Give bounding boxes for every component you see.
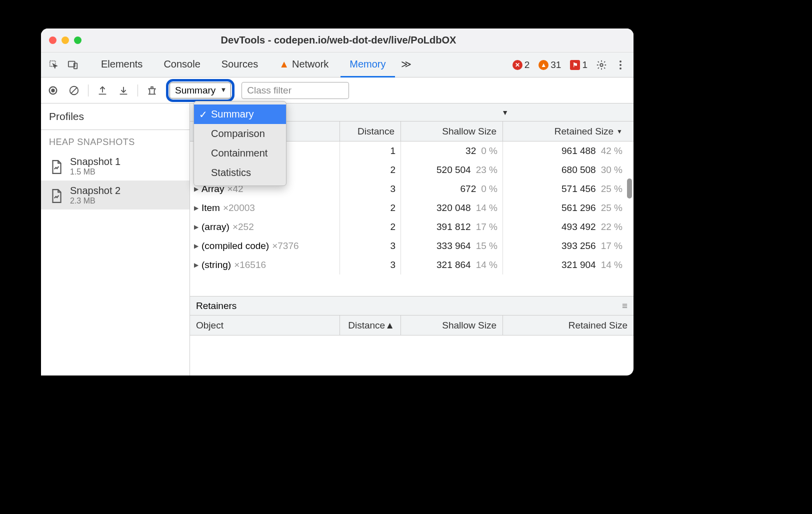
cell-distance: 2	[340, 218, 401, 236]
dropdown-item-summary[interactable]: Summary	[194, 104, 286, 124]
download-icon[interactable]	[116, 84, 130, 98]
minimize-window-button[interactable]	[62, 36, 69, 44]
separator	[138, 84, 138, 96]
snapshot-item[interactable]: Snapshot 11.5 MB	[41, 152, 190, 180]
cell-distance: 3	[340, 236, 401, 256]
snapshot-icon	[50, 188, 63, 202]
cell-shallow: 321 86414 %	[401, 256, 503, 274]
maximize-window-button[interactable]	[74, 36, 82, 44]
retainers-header: Object Distance▲ Shallow Size Retained S…	[190, 316, 634, 336]
cell-constructor: ▶(string) ×16516	[190, 256, 340, 274]
expand-triangle-icon[interactable]: ▶	[194, 204, 198, 212]
sidebar: Profiles HEAP SNAPSHOTS Snapshot 11.5 MB…	[41, 104, 190, 376]
table-row[interactable]: ▶(string) ×165163321 86414 %321 90414 %	[190, 256, 634, 274]
cell-shallow: 391 81217 %	[401, 218, 503, 236]
tab-elements[interactable]: Elements	[92, 52, 152, 78]
retainers-title-bar: Retainers ≡	[190, 296, 634, 316]
inspect-icon[interactable]	[46, 57, 62, 73]
cell-distance: 2	[340, 198, 401, 218]
more-icon[interactable]	[612, 57, 628, 73]
retainers-title: Retainers	[196, 300, 236, 312]
ret-header-retained[interactable]: Retained Size	[503, 316, 634, 335]
snapshot-item[interactable]: Snapshot 22.3 MB	[41, 180, 190, 210]
warnings-badge[interactable]: ▲31	[538, 60, 561, 70]
count-label: ×252	[232, 222, 254, 232]
svg-point-5	[620, 64, 622, 66]
expand-triangle-icon[interactable]: ▶	[194, 262, 198, 268]
ret-header-object[interactable]: Object	[190, 316, 340, 335]
snapshot-size: 2.3 MB	[70, 196, 120, 206]
cell-distance: 3	[340, 256, 401, 274]
tabs-overflow[interactable]: ≫	[398, 52, 414, 78]
filter-dropdown-icon[interactable]: ▼	[502, 108, 508, 116]
main-panel: Summary Comparison Containment Statistic…	[190, 104, 634, 376]
gc-icon[interactable]	[145, 84, 159, 98]
cell-shallow: 320 04814 %	[401, 198, 503, 218]
table-row[interactable]: ▶(compiled code) ×73763333 96415 %393 25…	[190, 236, 634, 256]
dropdown-item-statistics[interactable]: Statistics	[194, 163, 286, 182]
window-controls	[49, 36, 82, 44]
devtools-window: DevTools - codepen.io/web-dot-dev/live/P…	[41, 28, 634, 376]
class-filter-input[interactable]: Class filter	[242, 82, 349, 99]
cell-distance: 3	[340, 180, 401, 198]
cell-retained: 571 45625 %	[503, 180, 634, 198]
tab-sources[interactable]: Sources	[212, 52, 267, 78]
snapshot-name: Snapshot 1	[70, 156, 120, 168]
ret-header-distance[interactable]: Distance▲	[340, 316, 401, 335]
upload-icon[interactable]	[96, 84, 110, 98]
record-icon[interactable]	[46, 84, 60, 98]
errors-badge[interactable]: ✕2	[512, 60, 530, 70]
issue-icon: ⚑	[570, 60, 580, 70]
tab-memory[interactable]: Memory	[340, 52, 394, 78]
memory-toolbar: Summary Class filter	[41, 78, 634, 104]
issues-badge[interactable]: ⚑1	[570, 60, 588, 70]
view-dropdown: Summary Comparison Containment Statistic…	[194, 101, 286, 186]
retainers-panel: Retainers ≡ Object Distance▲ Shallow Siz…	[190, 296, 634, 376]
tab-network[interactable]: ▲Network	[270, 52, 338, 78]
count-label: ×20003	[223, 202, 255, 214]
error-icon: ✕	[512, 60, 522, 70]
clear-icon[interactable]	[67, 84, 81, 98]
view-select[interactable]: Summary	[170, 82, 231, 98]
dropdown-item-comparison[interactable]: Comparison	[194, 124, 286, 144]
header-distance[interactable]: Distance	[340, 122, 401, 141]
settings-icon[interactable]	[594, 57, 610, 73]
body: Profiles HEAP SNAPSHOTS Snapshot 11.5 MB…	[41, 104, 634, 376]
table-row[interactable]: ▶Item ×200032320 04814 %561 29625 %	[190, 198, 634, 218]
svg-point-8	[51, 88, 54, 92]
dropdown-item-containment[interactable]: Containment	[194, 144, 286, 163]
close-window-button[interactable]	[49, 36, 56, 44]
scrollbar[interactable]	[627, 178, 632, 198]
device-icon[interactable]	[65, 57, 81, 73]
titlebar: DevTools - codepen.io/web-dot-dev/live/P…	[41, 28, 634, 52]
header-shallow[interactable]: Shallow Size	[401, 122, 503, 141]
expand-triangle-icon[interactable]: ▶	[194, 242, 198, 250]
window-title: DevTools - codepen.io/web-dot-dev/live/P…	[82, 34, 596, 46]
ret-header-shallow[interactable]: Shallow Size	[401, 316, 503, 335]
expand-icon[interactable]: ≡	[622, 300, 628, 312]
snapshot-icon	[50, 160, 63, 172]
svg-point-4	[620, 60, 622, 62]
sidebar-group-label: HEAP SNAPSHOTS	[41, 130, 190, 152]
view-select-highlight: Summary	[166, 79, 234, 102]
warning-icon: ▲	[279, 58, 289, 70]
cell-distance: 2	[340, 160, 401, 180]
cell-shallow: 333 96415 %	[401, 236, 503, 256]
snapshot-size: 1.5 MB	[70, 168, 120, 176]
cell-shallow: 320 %	[401, 142, 503, 160]
cell-retained: 393 25617 %	[503, 236, 634, 256]
cell-constructor: ▶Item ×20003	[190, 198, 340, 218]
sidebar-header: Profiles	[41, 104, 190, 130]
expand-triangle-icon[interactable]: ▶	[194, 224, 198, 230]
svg-point-6	[620, 68, 622, 70]
cell-distance: 1	[340, 142, 401, 160]
cell-retained: 680 50830 %	[503, 160, 634, 180]
header-retained[interactable]: Retained Size	[503, 122, 634, 141]
table-row[interactable]: ▶(array) ×2522391 81217 %493 49222 %	[190, 218, 634, 236]
expand-triangle-icon[interactable]: ▶	[194, 186, 198, 192]
cell-shallow: 520 50423 %	[401, 160, 503, 180]
cell-retained: 961 48842 %	[503, 142, 634, 160]
svg-point-3	[600, 64, 603, 66]
warning-triangle-icon: ▲	[538, 60, 548, 70]
tab-console[interactable]: Console	[154, 52, 209, 78]
